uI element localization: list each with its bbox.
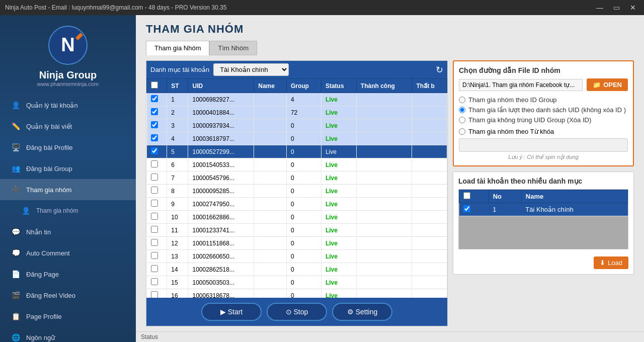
acc-row-checkbox[interactable] <box>463 205 470 212</box>
row-st: 13 <box>167 250 188 263</box>
row-checkbox[interactable] <box>151 200 158 207</box>
tab-tim-nhom[interactable]: Tìm Nhóm <box>209 41 257 55</box>
table-row[interactable]: 13 10002660650... 0 Live <box>147 250 447 263</box>
account-category-select[interactable]: Tài Khoản chính <box>213 63 289 76</box>
table-row[interactable]: 7 10000545796... 0 Live <box>147 172 447 185</box>
row-checkbox[interactable] <box>151 108 158 115</box>
row-success <box>356 250 412 263</box>
table-row[interactable]: 16 10006318678... 0 Live <box>147 289 447 298</box>
setting-button[interactable]: ⚙ Setting <box>332 303 392 321</box>
row-name <box>254 119 287 132</box>
table-row[interactable]: 10 10001662886... 0 Live <box>147 211 447 224</box>
row-status: Live <box>321 145 356 158</box>
row-status: Live <box>321 132 356 145</box>
sidebar-item-auto-comment[interactable]: 💭 Auto Comment <box>0 242 136 264</box>
sidebar-item-dang-reel-video[interactable]: 🎬 Đăng Reel Video <box>0 285 136 306</box>
load-icon: ⬇ <box>600 259 605 267</box>
row-checkbox[interactable] <box>151 252 158 259</box>
open-file-button[interactable]: 📁 OPEN <box>587 78 628 91</box>
row-checkbox[interactable] <box>151 187 158 194</box>
row-st: 11 <box>167 224 188 237</box>
radio-keyword-input[interactable] <box>459 128 465 135</box>
table-row[interactable]: 14 10002862518... 0 Live <box>147 263 447 276</box>
minimize-button[interactable]: — <box>593 3 606 13</box>
sidebar-item-tham-gia-nhom[interactable]: ➕ Tham gia nhóm <box>0 179 136 200</box>
keyword-input[interactable] <box>459 138 628 152</box>
table-row[interactable]: 1 10006982927... 4 Live <box>147 93 447 106</box>
load-button[interactable]: ⬇ Load <box>594 256 628 269</box>
account-row[interactable]: 1 Tài Khoản chính <box>459 203 628 216</box>
table-row[interactable]: 12 10001151868... 0 Live <box>147 237 447 250</box>
radio-no-duplicate-input[interactable] <box>459 117 465 123</box>
content-area: Danh mục tài khoản Tài Khoản chính ↻ ST … <box>136 55 644 331</box>
sidebar-brand: Ninja Group <box>37 69 99 81</box>
accounts-area[interactable]: No Name 1 Tài Khoản chính <box>458 189 628 249</box>
row-checkbox[interactable] <box>151 226 158 233</box>
page-title: THAM GIA NHÓM <box>146 23 634 36</box>
page-icon: 📄 <box>10 269 21 280</box>
sidebar-item-page-profile[interactable]: 📋 Page Profile <box>0 306 136 327</box>
sidebar-item-tham-gia-nhom-sub[interactable]: 👤 Tham gia nhóm <box>0 200 136 221</box>
table-row[interactable]: 4 10003618797... 0 Live <box>147 132 447 145</box>
row-checkbox[interactable] <box>151 160 158 167</box>
table-row[interactable]: 15 10005003503... 0 Live <box>147 276 447 289</box>
sidebar-item-nhan-tin[interactable]: 💬 Nhắn tin <box>0 221 136 242</box>
row-checkbox[interactable] <box>151 121 158 128</box>
row-checkbox[interactable] <box>151 239 158 246</box>
table-row[interactable]: 5 10000527299... 0 Live <box>147 145 447 158</box>
sidebar-item-dang-page[interactable]: 📄 Đăng Page <box>0 264 136 285</box>
row-name <box>254 185 287 198</box>
table-row[interactable]: 2 10000401884... 72 Live <box>147 106 447 119</box>
row-group: 0 <box>286 172 321 185</box>
row-checkbox-cell <box>147 237 167 250</box>
tab-tham-gia-nhom[interactable]: Tham gia Nhóm <box>146 41 209 55</box>
row-checkbox[interactable] <box>151 213 158 220</box>
table-row[interactable]: 6 10001540533... 0 Live <box>147 158 447 172</box>
row-checkbox[interactable] <box>151 265 158 272</box>
stop-button[interactable]: ⊙ Stop <box>267 303 327 321</box>
sidebar-item-quan-ly-bai-viet[interactable]: ✏️ Quản lý bài viết <box>0 116 136 137</box>
table-scroll[interactable]: ST UID Name Group Status Thành công Thất… <box>146 78 447 298</box>
row-fail <box>412 132 447 145</box>
sidebar-item-dang-bai-group[interactable]: 👥 Đăng bài Group <box>0 158 136 179</box>
row-uid: 10000937934... <box>188 119 254 132</box>
file-path-input[interactable] <box>459 79 583 91</box>
radio-no-duplicate: Tham gia không trùng UID Group (Xóa ID) <box>459 116 628 124</box>
select-all-checkbox[interactable] <box>151 81 158 89</box>
row-status: Live <box>321 158 356 172</box>
close-button[interactable]: ✕ <box>627 3 639 13</box>
row-success <box>356 198 412 211</box>
radio-by-uid-list-input[interactable] <box>459 107 465 113</box>
table-panel: Danh mục tài khoản Tài Khoản chính ↻ ST … <box>146 60 448 326</box>
refresh-button[interactable]: ↻ <box>436 64 443 75</box>
start-button[interactable]: ▶ Start <box>201 303 262 321</box>
maximize-button[interactable]: ▭ <box>610 3 623 13</box>
table-row[interactable]: 3 10000937934... 0 Live <box>147 119 447 132</box>
row-checkbox[interactable] <box>151 95 158 102</box>
row-group: 0 <box>286 224 321 237</box>
row-checkbox[interactable] <box>151 134 158 141</box>
row-checkbox-cell <box>147 198 167 211</box>
radio-no-duplicate-label: Tham gia không trùng UID Group (Xóa ID) <box>468 116 591 124</box>
acc-no-cell: 1 <box>489 203 521 216</box>
row-group: 0 <box>286 263 321 276</box>
col-status: Status <box>321 79 356 93</box>
video-icon: 🎬 <box>10 290 21 301</box>
load-label: Load <box>608 259 622 267</box>
acc-select-all[interactable] <box>463 192 470 199</box>
row-checkbox[interactable] <box>151 174 158 181</box>
row-status: Live <box>321 224 356 237</box>
radio-by-id-group-input[interactable] <box>459 97 465 103</box>
sidebar-item-dang-bai-profile[interactable]: 🖥️ Đăng bài Profile <box>0 137 136 158</box>
sidebar-item-ngon-ngu[interactable]: 🌐 Ngôn ngữ <box>0 327 136 342</box>
row-checkbox[interactable] <box>151 278 158 285</box>
table-row[interactable]: 9 10002747950... 0 Live <box>147 198 447 211</box>
table-row[interactable]: 8 10000095285... 0 Live <box>147 185 447 198</box>
row-checkbox[interactable] <box>151 291 158 298</box>
sidebar-label: Auto Comment <box>26 249 70 257</box>
file-path-row: 📁 OPEN <box>459 78 628 91</box>
table-row[interactable]: 11 10001233741... 0 Live <box>147 224 447 237</box>
row-checkbox[interactable] <box>151 147 158 154</box>
row-group: 0 <box>286 276 321 289</box>
sidebar-item-quan-ly-tai-khoan[interactable]: 👤 Quản lý tài khoản <box>0 95 136 116</box>
